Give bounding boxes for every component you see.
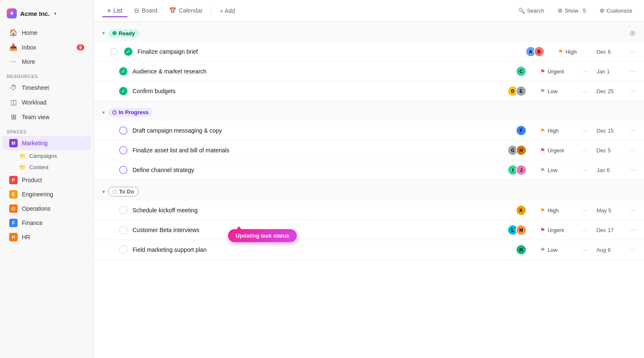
task-dots: ··· [582, 127, 588, 134]
ready-chevron-icon[interactable]: ▾ [102, 30, 105, 36]
tab-board[interactable]: ⊟ Board [129, 5, 162, 17]
task-status-circle-icon[interactable] [119, 146, 127, 154]
task-priority: ⚑ Low [540, 246, 574, 253]
task-row[interactable]: Define channel strategy I J ⚑ Low ··· Ja… [94, 160, 644, 180]
nav-inbox[interactable]: 📥 Inbox 9 [3, 40, 91, 55]
sidebar-item-hr[interactable]: H HR [3, 230, 91, 244]
sidebar-item-marketing[interactable]: M Marketing [3, 136, 91, 150]
group-ready-header: ▾ Ready ⊕ [94, 22, 644, 42]
task-more-icon[interactable]: ··· [630, 127, 636, 134]
task-status-empty-icon[interactable] [119, 226, 127, 234]
task-avatars: I J [507, 165, 527, 175]
task-dots: ··· [582, 227, 588, 233]
task-status-done-icon[interactable]: ✓ [119, 67, 127, 76]
show-button[interactable]: ⚙ Show · 5 [554, 6, 589, 16]
priority-label: Low [548, 88, 558, 94]
task-more-icon[interactable]: ··· [630, 246, 636, 253]
inprogress-chevron-icon[interactable]: ▾ [102, 110, 105, 115]
sidebar-item-finance[interactable]: F Finance [3, 216, 91, 230]
spaces-label: Spaces [0, 124, 93, 136]
task-row[interactable]: Draft campaign messaging & copy F ⚑ High… [94, 121, 644, 141]
avatar: E [516, 86, 527, 97]
task-row[interactable]: ✓ Audience & market research C ⚑ Urgent … [94, 62, 644, 81]
task-dots: ··· [582, 88, 588, 94]
task-status-empty-icon[interactable] [119, 206, 127, 214]
tab-calendar[interactable]: 📅 Calendar [164, 5, 208, 17]
task-more-icon[interactable]: ··· [630, 166, 636, 174]
task-row[interactable]: Customer Beta interviews L M ⚑ Urgent ··… [94, 220, 644, 240]
inbox-badge: 9 [77, 44, 84, 50]
task-row[interactable]: ✓ Finalize campaign brief A B ⚑ High Dec… [94, 42, 644, 62]
task-more-icon[interactable]: ··· [630, 68, 636, 75]
task-row[interactable]: Schedule kickoff meeting K ⚑ High ··· Ma… [94, 201, 644, 220]
sidebar-item-product[interactable]: P Product [3, 173, 91, 187]
task-row[interactable]: Finalize asset list and bill of material… [94, 141, 644, 160]
task-dots: ··· [582, 167, 588, 173]
tab-list-label: List [113, 7, 122, 14]
task-row[interactable]: ✓ Confirm budgets D E ⚑ Low ··· Dec 25 ·… [94, 81, 644, 101]
task-status-done-icon[interactable]: ✓ [124, 47, 132, 56]
nav-more[interactable]: ··· More [3, 55, 91, 69]
sidebar-item-campaigns[interactable]: 📁 Campaigns [3, 150, 91, 162]
task-more-icon[interactable]: ··· [630, 87, 636, 95]
sidebar-item-operations[interactable]: O Operations [3, 201, 91, 216]
board-icon: ⊟ [134, 7, 139, 14]
task-priority: ⚑ High [540, 127, 574, 134]
priority-label: Urgent [548, 68, 564, 75]
task-more-icon[interactable]: ··· [630, 146, 636, 154]
task-status-circle-icon[interactable] [119, 166, 127, 174]
add-label: + Add [220, 8, 235, 14]
customize-button[interactable]: ⚙ Customize [596, 6, 636, 16]
task-date: Aug 6 [597, 247, 622, 253]
task-dots: ··· [582, 207, 588, 214]
todo-chevron-icon[interactable]: ▾ [102, 189, 105, 195]
nav-teamview-label: Team view [22, 114, 49, 120]
task-more-icon[interactable]: ··· [630, 206, 636, 214]
task-avatars: K [516, 205, 527, 216]
search-button[interactable]: 🔍 Search [515, 6, 548, 16]
task-priority: ⚑ Low [540, 88, 574, 94]
task-row[interactable]: Field marketing support plan N ⚑ Low ···… [94, 240, 644, 260]
task-priority: ⚑ Urgent [540, 147, 574, 154]
tab-calendar-label: Calendar [179, 7, 203, 14]
task-date: Jan 1 [597, 68, 622, 75]
task-status-empty-icon[interactable] [119, 246, 127, 254]
todo-dot-icon [113, 190, 117, 194]
sidebar-item-campaigns-label: Campaigns [29, 153, 57, 159]
sidebar-item-content[interactable]: 📁 Content [3, 162, 91, 173]
task-priority: ⚑ High [558, 48, 592, 55]
task-more-icon[interactable]: ··· [630, 226, 636, 234]
inbox-icon: 📥 [9, 43, 18, 51]
task-status-done-icon[interactable]: ✓ [119, 87, 127, 95]
topbar: ≡ List ⊟ Board 📅 Calendar + Add 🔍 Search… [94, 0, 644, 22]
nav-timesheet-label: Timesheet [22, 84, 49, 91]
task-dots: ··· [582, 68, 588, 75]
app-chevron-icon: ▾ [54, 11, 56, 16]
marketing-avatar: M [9, 139, 18, 147]
avatar: N [516, 244, 527, 255]
avatar: M [516, 225, 527, 235]
priority-label: High [548, 128, 559, 134]
task-status-circle-icon[interactable] [119, 126, 127, 135]
nav-home[interactable]: 🏠 Home [3, 25, 91, 40]
task-more-icon[interactable]: ··· [630, 48, 636, 55]
task-name: Finalize campaign brief [138, 48, 520, 55]
nav-teamview[interactable]: ⊞ Team view [3, 110, 91, 124]
task-checkbox[interactable] [111, 48, 117, 55]
task-date: Dec 15 [597, 128, 622, 134]
inprogress-label: In Progress [119, 109, 149, 115]
tab-list[interactable]: ≡ List [102, 5, 127, 17]
nav-workload[interactable]: ◫ Workload [3, 95, 91, 110]
home-icon: 🏠 [9, 29, 18, 37]
task-date: Dec 5 [597, 147, 622, 154]
ready-add-icon[interactable]: ⊕ [629, 29, 636, 38]
app-logo[interactable]: ✦ Acme Inc. ▾ [0, 5, 93, 25]
task-avatars: C [516, 66, 527, 77]
task-name: Draft campaign messaging & copy [132, 127, 511, 134]
customize-label: Customize [607, 8, 632, 14]
nav-timesheet[interactable]: ⏱ Timesheet [3, 81, 91, 95]
add-button[interactable]: + Add [215, 5, 240, 17]
sidebar-item-engineering[interactable]: E Engineering [3, 187, 91, 201]
priority-label: Urgent [548, 147, 564, 154]
task-avatars: A B [525, 46, 545, 57]
